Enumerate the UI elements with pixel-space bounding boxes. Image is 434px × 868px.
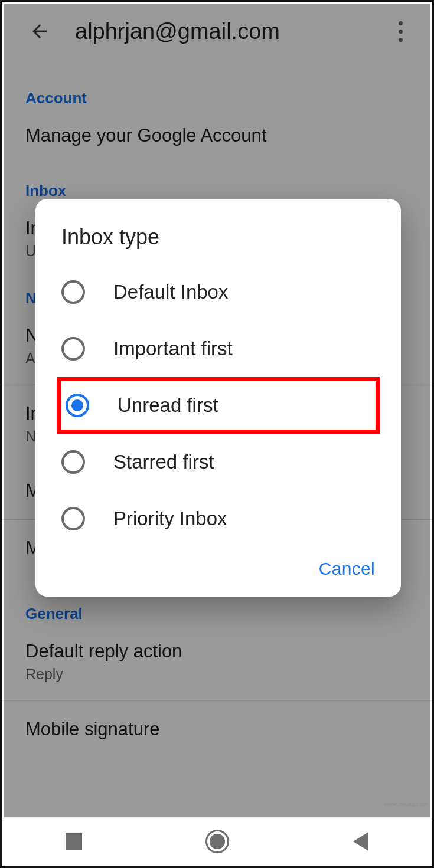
radio-label: Starred first bbox=[113, 451, 214, 473]
dialog-title: Inbox type bbox=[35, 225, 401, 264]
triangle-back-icon bbox=[353, 832, 368, 851]
nav-home-button[interactable] bbox=[205, 830, 229, 853]
radio-option-important-first[interactable]: Important first bbox=[35, 320, 401, 377]
nav-back-button[interactable] bbox=[353, 832, 368, 851]
cancel-button[interactable]: Cancel bbox=[319, 559, 375, 579]
radio-icon-selected bbox=[66, 394, 89, 417]
radio-option-unread-first[interactable]: Unread first bbox=[66, 381, 371, 430]
radio-option-priority-inbox[interactable]: Priority Inbox bbox=[35, 490, 401, 547]
radio-icon bbox=[61, 450, 85, 474]
screen: alphrjan@gmail.com Account Manage your G… bbox=[0, 0, 434, 868]
android-nav-bar bbox=[4, 817, 430, 864]
radio-icon bbox=[61, 280, 85, 304]
inbox-type-dialog: Inbox type Default Inbox Important first… bbox=[35, 199, 401, 597]
radio-label: Unread first bbox=[118, 394, 218, 417]
radio-icon bbox=[61, 337, 85, 361]
radio-label: Default Inbox bbox=[113, 281, 228, 303]
radio-icon bbox=[61, 507, 85, 530]
radio-option-default-inbox[interactable]: Default Inbox bbox=[35, 264, 401, 320]
nav-overview-button[interactable] bbox=[66, 833, 82, 850]
dialog-actions: Cancel bbox=[35, 547, 401, 585]
watermark: www.deuaq.com bbox=[384, 801, 428, 807]
square-icon bbox=[66, 833, 82, 850]
annotation-highlight: Unread first bbox=[57, 377, 380, 434]
radio-label: Priority Inbox bbox=[113, 507, 227, 530]
circle-icon bbox=[205, 830, 229, 853]
radio-option-starred-first[interactable]: Starred first bbox=[35, 434, 401, 490]
radio-label: Important first bbox=[113, 338, 233, 360]
